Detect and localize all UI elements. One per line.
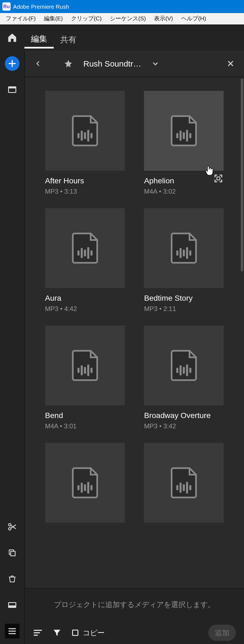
- close-panel-button[interactable]: [224, 58, 237, 70]
- scissors-icon: [7, 522, 17, 532]
- audio-file-icon: [68, 348, 102, 384]
- close-icon: [227, 59, 235, 68]
- media-subtitle: M4A • 3:01: [45, 423, 125, 430]
- window-title: Adobe Premiere Rush: [13, 3, 69, 10]
- media-thumbnail: [144, 326, 224, 406]
- media-title: Aura: [45, 294, 125, 303]
- project-panel-icon: [7, 85, 17, 95]
- tab-share[interactable]: 共有: [54, 30, 83, 48]
- media-subtitle: MP3 • 2:11: [144, 305, 224, 313]
- star-icon: [64, 59, 73, 68]
- add-button[interactable]: 追加: [208, 624, 236, 641]
- chevron-down-icon: [152, 60, 159, 67]
- duplicate-button[interactable]: [5, 546, 20, 560]
- audio-file-icon: [68, 230, 102, 266]
- media-title: Bend: [45, 411, 125, 420]
- panel-header: Rush Soundtr…: [25, 51, 244, 77]
- top-tabs: 編集 共有: [0, 24, 244, 51]
- panel-footer: コピー 追加: [25, 621, 244, 644]
- media-subtitle: M4A • 3:02: [144, 188, 224, 195]
- media-thumbnail: [45, 208, 125, 288]
- scissors-button[interactable]: [5, 520, 20, 534]
- media-card[interactable]: Aura MP3 • 4:42: [45, 208, 125, 313]
- audio-file-icon: [68, 113, 102, 149]
- svg-rect-1: [9, 87, 16, 89]
- menu-file[interactable]: ファイル(F): [2, 14, 40, 23]
- media-grid-wrapper: After Hours MP3 • 3:13: [25, 77, 244, 644]
- svg-rect-8: [217, 177, 220, 180]
- media-thumbnail: [144, 443, 224, 523]
- menu-sequence[interactable]: シーケンス(S): [106, 14, 150, 23]
- window-titlebar: Ru Adobe Premiere Rush: [0, 0, 244, 13]
- media-subtitle: MP3 • 3:42: [144, 423, 224, 430]
- sort-button[interactable]: [33, 628, 43, 637]
- media-subtitle: MP3 • 3:13: [45, 188, 125, 195]
- media-card[interactable]: [144, 443, 224, 523]
- panel-title-dropdown[interactable]: [149, 58, 162, 70]
- media-card[interactable]: [45, 443, 125, 523]
- media-thumbnail: [45, 443, 125, 523]
- duplicate-icon: [8, 548, 17, 557]
- copy-toggle[interactable]: コピー: [71, 628, 105, 637]
- fullscreen-icon[interactable]: [214, 174, 223, 183]
- filter-icon: [53, 628, 62, 637]
- home-button[interactable]: [0, 32, 24, 43]
- audio-file-icon: [68, 465, 102, 501]
- menu-edit[interactable]: 編集(E): [40, 14, 67, 23]
- favorite-button[interactable]: [62, 58, 75, 70]
- audio-file-icon: [167, 465, 201, 501]
- media-title: Aphelion: [144, 177, 224, 186]
- menu-clip[interactable]: クリップ(C): [67, 14, 106, 23]
- media-title: Broadway Overture: [144, 411, 224, 420]
- chevron-left-icon: [35, 60, 41, 67]
- sort-icon: [33, 628, 43, 637]
- home-icon: [7, 32, 18, 43]
- delete-button[interactable]: [5, 572, 20, 586]
- back-button[interactable]: [32, 58, 44, 70]
- media-thumbnail: [45, 91, 125, 171]
- media-browser-panel: Rush Soundtr…: [24, 51, 244, 644]
- media-card[interactable]: Bedtime Story MP3 • 2:11: [144, 208, 224, 313]
- timeline-layout-icon: [7, 626, 17, 636]
- svg-rect-7: [9, 605, 16, 608]
- project-panel-button[interactable]: [5, 82, 20, 97]
- menu-view[interactable]: 表示(V): [150, 14, 177, 23]
- media-thumbnail: [45, 326, 125, 406]
- media-title: Bedtime Story: [144, 294, 224, 303]
- trash-icon: [8, 574, 17, 583]
- media-card[interactable]: Bend M4A • 3:01: [45, 326, 125, 430]
- tab-edit[interactable]: 編集: [24, 29, 54, 48]
- audio-file-icon: [167, 230, 201, 266]
- media-card[interactable]: Aphelion M4A • 3:02: [144, 91, 224, 195]
- copy-toggle-label: コピー: [83, 628, 105, 637]
- app-icon: Ru: [2, 2, 11, 11]
- screen-layout-button[interactable]: [5, 598, 20, 612]
- media-grid: After Hours MP3 • 3:13: [25, 77, 244, 523]
- audio-file-icon: [167, 348, 201, 384]
- svg-rect-5: [11, 551, 15, 556]
- svg-rect-9: [73, 630, 78, 635]
- media-subtitle: MP3 • 4:42: [45, 305, 125, 313]
- media-thumbnail: [144, 208, 224, 288]
- menubar: ファイル(F) 編集(E) クリップ(C) シーケンス(S) 表示(V) ヘルプ…: [0, 13, 244, 24]
- add-media-button[interactable]: [5, 56, 20, 71]
- checkbox-empty-icon: [71, 629, 79, 637]
- media-title: After Hours: [45, 177, 125, 186]
- panel-hint: プロジェクトに追加するメディアを選択します。: [25, 588, 244, 621]
- timeline-layout-button[interactable]: [5, 624, 20, 639]
- panel-title: Rush Soundtr…: [84, 59, 141, 68]
- audio-file-icon: [167, 113, 201, 149]
- screen-layout-icon: [7, 600, 17, 610]
- media-thumbnail: [144, 91, 224, 171]
- left-rail: [0, 51, 24, 644]
- media-card[interactable]: Broadway Overture MP3 • 3:42: [144, 326, 224, 430]
- media-card[interactable]: After Hours MP3 • 3:13: [45, 91, 125, 195]
- filter-button[interactable]: [53, 628, 62, 637]
- menu-help[interactable]: ヘルプ(H): [177, 14, 210, 23]
- plus-icon: [8, 59, 17, 68]
